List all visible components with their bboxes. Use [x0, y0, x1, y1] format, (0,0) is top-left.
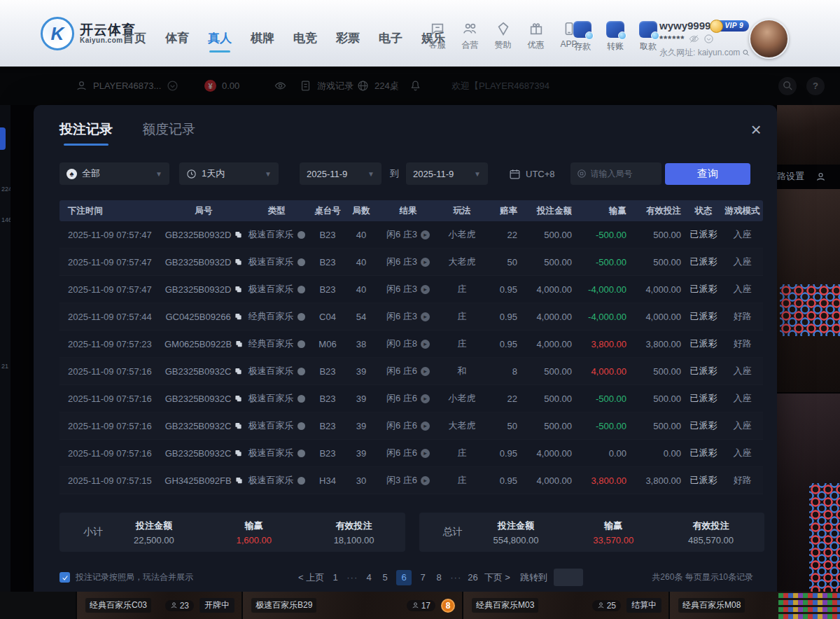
- result-expand-icon[interactable]: ▸: [421, 367, 430, 376]
- info-dot-icon[interactable]: [298, 231, 305, 239]
- category-select[interactable]: ♠ 全部▼: [59, 162, 169, 185]
- magnifier-icon[interactable]: [742, 48, 750, 57]
- cell-play-text: 庄: [458, 447, 467, 459]
- merge-checkbox[interactable]: [59, 572, 70, 583]
- wallet-action-转账[interactable]: 转账: [603, 21, 627, 53]
- quick-action-客服[interactable]: 客服: [426, 21, 449, 51]
- result-expand-icon[interactable]: ▸: [421, 230, 430, 239]
- cell-valid: 500.00: [631, 394, 685, 404]
- timezone-toggle[interactable]: UTC+8: [509, 168, 555, 180]
- table-row[interactable]: 2025-11-09 07:57:47GB2325B0932D极速百家乐B234…: [59, 276, 763, 303]
- table-row[interactable]: 2025-11-09 07:57:23GM0625B0922B经典百家乐M063…: [59, 331, 763, 358]
- next-page-button[interactable]: 下页 >: [484, 571, 510, 584]
- cell-round: GM0625B0922B: [164, 339, 243, 349]
- copy-icon[interactable]: [234, 230, 242, 239]
- date-range-select[interactable]: 1天内▼: [179, 162, 279, 185]
- info-dot-icon[interactable]: [298, 313, 305, 321]
- table-row[interactable]: 2025-11-09 07:57:16GB2325B0932C极速百家乐B233…: [59, 440, 763, 467]
- video-tile[interactable]: 经典百家乐C0323开牌中: [76, 592, 241, 619]
- sidebar-fragment-number: 224: [1, 186, 10, 193]
- prev-page-button[interactable]: < 上页: [298, 571, 324, 584]
- cell-table-text: B23: [319, 448, 335, 459]
- quick-action-优惠[interactable]: 优惠: [524, 21, 547, 51]
- page-button-4[interactable]: 4: [364, 572, 374, 583]
- round-input[interactable]: [591, 169, 661, 179]
- page-button-6[interactable]: 6: [396, 570, 412, 585]
- site-logo[interactable]: K 开云体育 Kaiyun.com: [41, 17, 136, 50]
- cell-round: GC0425B09266: [164, 312, 243, 322]
- quick-action-合营[interactable]: 合营: [458, 21, 482, 51]
- table-row[interactable]: 2025-11-09 07:57:16GB2325B0932C极速百家乐B233…: [59, 412, 763, 440]
- eye-off-icon[interactable]: [689, 34, 699, 44]
- info-dot-icon[interactable]: [298, 368, 305, 375]
- result-expand-icon[interactable]: ▸: [421, 449, 430, 458]
- nav-item-1[interactable]: 首页: [122, 30, 146, 53]
- result-expand-icon[interactable]: ▸: [421, 422, 430, 431]
- nav-item-7[interactable]: 电子: [379, 30, 402, 53]
- page-button-7[interactable]: 7: [418, 572, 428, 583]
- cell-type-text: 经典百家乐: [248, 310, 294, 323]
- copy-icon[interactable]: [234, 394, 242, 403]
- nav-item-3[interactable]: 真人: [208, 30, 232, 53]
- tab-quota-records[interactable]: 额度记录: [142, 120, 195, 146]
- table-row[interactable]: 2025-11-09 07:57:47GB2325B0932D极速百家乐B234…: [59, 221, 763, 249]
- copy-icon[interactable]: [234, 367, 242, 375]
- date-from-select[interactable]: 2025-11-9▼: [300, 162, 382, 185]
- copy-icon[interactable]: [235, 476, 243, 485]
- result-expand-icon[interactable]: ▸: [421, 476, 430, 485]
- page-button-1[interactable]: 1: [330, 572, 340, 583]
- copy-icon[interactable]: [235, 340, 243, 348]
- quick-action-label: 优惠: [528, 39, 545, 51]
- page-button-26[interactable]: 26: [468, 572, 477, 583]
- tab-bet-records[interactable]: 投注记录: [59, 120, 113, 146]
- cell-mode: 好路: [722, 338, 763, 350]
- quick-action-赞助[interactable]: 赞助: [491, 21, 514, 51]
- info-dot-icon[interactable]: [298, 395, 305, 403]
- spade-icon: ♠: [66, 169, 77, 179]
- table-row[interactable]: 2025-11-09 07:57:44GC0425B09266经典百家乐C045…: [59, 303, 763, 331]
- result-expand-icon[interactable]: ▸: [421, 312, 430, 321]
- date-to-select[interactable]: 2025-11-9▼: [406, 162, 488, 185]
- video-tile[interactable]: 极速百家乐B29178: [241, 592, 462, 619]
- info-dot-icon[interactable]: [298, 340, 305, 348]
- table-row[interactable]: 2025-11-09 07:57:15GH3425B092FB极速百家乐H343…: [59, 467, 763, 494]
- info-dot-icon[interactable]: [298, 422, 305, 430]
- wallet-action-存款[interactable]: 存款: [570, 21, 594, 53]
- copy-icon[interactable]: [234, 449, 242, 457]
- nav-item-4[interactable]: 棋牌: [251, 30, 274, 53]
- jump-to-input[interactable]: [554, 569, 583, 586]
- avatar[interactable]: [749, 19, 789, 59]
- pagination: < 上页 1···45678···26 下页 >: [298, 570, 510, 585]
- table-row[interactable]: 2025-11-09 07:57:16GB2325B0932C极速百家乐B233…: [59, 385, 763, 412]
- info-dot-icon[interactable]: [298, 477, 305, 485]
- info-dot-icon[interactable]: [298, 286, 305, 293]
- result-expand-icon[interactable]: ▸: [421, 394, 430, 403]
- nav-item-2[interactable]: 体育: [165, 30, 189, 53]
- result-expand-icon[interactable]: ▸: [421, 258, 430, 267]
- result-expand-icon[interactable]: ▸: [421, 340, 430, 349]
- table-row[interactable]: 2025-11-09 07:57:16GB2325B0932C极速百家乐B233…: [59, 358, 763, 385]
- round-search-field[interactable]: [570, 162, 662, 185]
- page-button-5[interactable]: 5: [380, 572, 390, 583]
- copy-icon[interactable]: [234, 258, 242, 266]
- cell-table: B23: [310, 421, 345, 431]
- cell-rounds: 54: [345, 312, 377, 322]
- query-button[interactable]: 查询: [665, 163, 750, 185]
- cell-time-text: 2025-11-09 07:57:15: [68, 475, 152, 486]
- result-expand-icon[interactable]: ▸: [421, 285, 430, 294]
- info-dot-icon[interactable]: [298, 450, 305, 457]
- table-row[interactable]: 2025-11-09 07:57:47GB2325B0932D极速百家乐B234…: [59, 249, 763, 276]
- info-dot-icon[interactable]: [298, 258, 305, 266]
- copy-icon[interactable]: [234, 285, 242, 293]
- chevron-down-circle-icon[interactable]: [704, 34, 714, 44]
- cell-round: GB2325B0932C: [164, 394, 243, 404]
- video-tile[interactable]: 经典百家乐M0325结算中: [462, 592, 668, 619]
- page-button-8[interactable]: 8: [434, 572, 444, 583]
- nav-item-5[interactable]: 电竞: [293, 30, 317, 53]
- copy-icon[interactable]: [234, 422, 242, 430]
- copy-icon[interactable]: [234, 312, 242, 321]
- nav-item-6[interactable]: 彩票: [336, 30, 360, 53]
- close-icon[interactable]: ×: [746, 120, 766, 140]
- cell-valid-text: 3,800.00: [645, 339, 681, 349]
- wallet-action-取款[interactable]: 取款: [636, 21, 660, 53]
